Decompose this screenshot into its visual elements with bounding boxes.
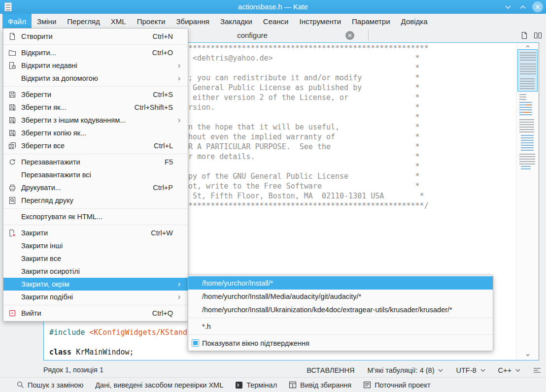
menu-item-close-like-this[interactable]: Закрити подібні › (3, 291, 188, 303)
license-comment-text: ****************************************… (188, 43, 429, 211)
submenu-arrow-icon: › (178, 74, 180, 82)
new-document-icon[interactable] (520, 32, 528, 39)
menu-item-close[interactable]: Закрити Ctrl+W (3, 227, 188, 239)
submenu-item-path[interactable]: /home/yurchor/Install/Ukrainization/kde4… (188, 303, 493, 316)
minimize-icon[interactable] (503, 1, 513, 12)
build-output-button[interactable]: Вивід збирання (289, 381, 351, 389)
current-project-button[interactable]: Поточний проект (363, 381, 430, 389)
close-icon[interactable] (532, 1, 543, 12)
menu-separator (188, 334, 493, 335)
menu-separator (3, 305, 188, 305)
menu-bookmarks[interactable]: Закладки (215, 14, 258, 29)
menu-item-open-recent[interactable]: Відкрити недавні › (3, 59, 188, 72)
menu-item-open[interactable]: Відкрити... Ctrl+O (3, 46, 188, 59)
search-replace-button[interactable]: Пошук з заміною (17, 381, 83, 389)
menu-xml[interactable]: XML (105, 14, 132, 29)
menu-projects[interactable]: Проекти (132, 14, 171, 29)
terminal-icon (235, 381, 243, 389)
menu-item-open-with[interactable]: Відкрити за допомогою › (3, 72, 188, 85)
minimap-scrollbar[interactable]: ⌃ ⌄ (516, 43, 539, 360)
menu-separator (3, 44, 188, 45)
window-title: actionsbase.h — Kate (0, 0, 546, 14)
tab-close-icon[interactable] (345, 31, 354, 40)
menu-item-new[interactable]: Створити Ctrl+N (3, 30, 188, 43)
word-wrap-icon[interactable] (533, 367, 541, 373)
menu-sessions[interactable]: Сеанси (258, 14, 294, 29)
input-mode[interactable]: ВСТАВЛЕННЯ (307, 366, 354, 374)
menu-separator (3, 154, 188, 154)
menu-item-close-all[interactable]: Закрити все (3, 252, 188, 265)
kate-window: actionsbase.h — Kate Файл Зміни Перегляд… (0, 0, 546, 392)
xml-check-output-button[interactable]: Дані, виведені засобом перевірки XML (95, 381, 223, 389)
code-line-class: class KrMainWindow; (49, 347, 134, 357)
include-path: <KConfigWidgets/KStanda (89, 328, 192, 337)
folder-open-icon (8, 49, 17, 57)
menu-separator (3, 208, 188, 209)
submenu-item-path[interactable]: /home/yurchor/Install/Media/audacity/git… (188, 290, 493, 303)
menu-item-save-with-encoding[interactable]: Зберегти з іншим кодуванням... › (3, 114, 188, 127)
status-bar: Рядок 1, позиція 1 ВСТАВЛЕННЯ М’які табу… (0, 363, 546, 377)
menu-help[interactable]: Довідка (396, 14, 433, 29)
menu-item-print-preview[interactable]: Перегляд друку (3, 194, 188, 207)
reload-icon (8, 158, 17, 166)
tab-mode-selector[interactable]: М’які табуляції: 4 (8) (368, 366, 444, 374)
menu-item-reload-all[interactable]: Перезавантажити всі (3, 168, 188, 181)
menu-item-save-as[interactable]: Зберегти як... Ctrl+Shift+S (3, 101, 188, 114)
build-output-icon (289, 381, 297, 389)
menu-item-reload[interactable]: Перезавантажити F5 (3, 156, 188, 168)
maximize-icon[interactable] (517, 1, 528, 12)
menu-view[interactable]: Перегляд (62, 14, 105, 29)
save-as-icon (8, 116, 17, 124)
menu-item-close-orphaned[interactable]: Закрити осиротілі (3, 265, 188, 278)
checkbox-checked-icon[interactable] (192, 339, 199, 347)
submenu-item-show-confirmation[interactable]: Показувати вікно підтвердження (188, 336, 493, 350)
save-as-icon (8, 103, 17, 111)
submenu-arrow-icon: › (178, 62, 180, 69)
split-view-icon[interactable] (534, 32, 542, 39)
tabbar-actions (520, 29, 542, 42)
menu-item-close-other[interactable]: Закрити інші (3, 239, 188, 252)
close-document-icon (8, 229, 17, 237)
chevron-down-icon (480, 369, 485, 372)
menu-item-export-html[interactable]: Експортувати як HTML... (3, 210, 188, 223)
chevron-down-icon (515, 369, 520, 372)
code-line-include: #include <KConfigWidgets/KStanda (49, 327, 192, 337)
save-as-icon (8, 129, 17, 137)
menu-settings[interactable]: Параметри (346, 14, 396, 29)
cursor-position[interactable]: Рядок 1, позиція 1 (43, 363, 103, 377)
submenu-item-path[interactable]: /home/yurchor/Install/* (188, 276, 493, 290)
print-preview-icon (8, 196, 17, 204)
document-recent-icon (8, 62, 17, 69)
window-controls (503, 0, 543, 14)
menu-item-quit[interactable]: Вийти Ctrl+Q (3, 307, 188, 320)
menu-item-save[interactable]: Зберегти Ctrl+S (3, 88, 188, 101)
menu-item-save-copy-as[interactable]: Зберегти копію як... (3, 127, 188, 139)
tabbar-separator (368, 30, 369, 41)
file-menu-popup: Створити Ctrl+N Відкрити... Ctrl+O Відкр… (3, 28, 188, 322)
save-all-icon (8, 142, 17, 150)
search-icon (17, 381, 24, 389)
menu-edit[interactable]: Зміни (32, 14, 62, 29)
menu-item-save-all[interactable]: Зберегти все Ctrl+L (3, 139, 188, 152)
submenu-arrow-icon: › (178, 116, 180, 124)
submenu-item-mask[interactable]: *.h (188, 320, 493, 333)
menu-tools[interactable]: Інструменти (294, 14, 347, 29)
menu-file[interactable]: Файл (2, 14, 32, 29)
terminal-button[interactable]: Термінал (235, 381, 277, 389)
title-bar: actionsbase.h — Kate (0, 0, 546, 14)
new-document-icon (8, 33, 17, 40)
class-keyword: class (49, 348, 71, 357)
submenu-arrow-icon: › (178, 293, 180, 301)
menu-build[interactable]: Збирання (171, 14, 214, 29)
scroll-down-icon[interactable]: ⌄ (516, 349, 539, 358)
encoding-selector[interactable]: UTF-8 (456, 366, 485, 374)
syntax-selector[interactable]: C++ (498, 366, 520, 374)
tab-configure[interactable]: configure (166, 29, 368, 42)
menu-item-close-except[interactable]: Закрити, окрім › (3, 278, 188, 291)
printer-icon (8, 184, 17, 192)
submenu-arrow-icon: › (178, 280, 180, 288)
minimap-visible-region[interactable] (517, 49, 538, 92)
menu-item-print[interactable]: Друкувати... Ctrl+P (3, 181, 188, 194)
chevron-down-icon (438, 369, 443, 372)
class-declaration: KrMainWindow; (71, 348, 134, 357)
